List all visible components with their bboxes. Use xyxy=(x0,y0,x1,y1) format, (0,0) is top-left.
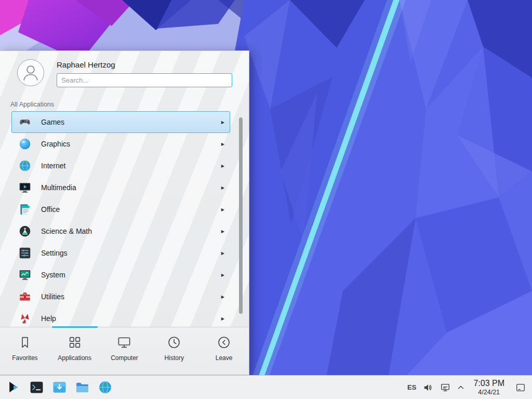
category-label: Graphics xyxy=(41,140,70,148)
chevron-right-icon: ▶ xyxy=(221,207,224,212)
file-manager-button[interactable] xyxy=(73,378,91,397)
desktop: Raphael Hertzog All Applications Games ▶… xyxy=(0,0,532,399)
chevron-right-icon: ▶ xyxy=(221,273,224,277)
category-item-graphics[interactable]: Graphics ▶ xyxy=(11,133,230,155)
gamepad-icon xyxy=(18,115,32,129)
category-list: Games ▶ Graphics ▶ Internet ▶ xyxy=(11,111,230,327)
clock-date: 4/24/21 xyxy=(473,389,504,396)
taskbar: ES 7:03 PM 4/24/21 xyxy=(0,375,532,399)
show-desktop-icon xyxy=(515,382,526,393)
user-name: Raphael Hertzog xyxy=(57,60,232,69)
web-browser-button[interactable] xyxy=(96,378,114,397)
category-label: Utilities xyxy=(41,292,64,301)
leave-icon xyxy=(216,335,232,350)
section-label: All Applications xyxy=(10,101,249,108)
computer-icon xyxy=(116,335,132,350)
flask-icon xyxy=(18,224,32,238)
tab-favorites[interactable]: Favorites xyxy=(0,327,50,375)
launcher-header: Raphael Hertzog xyxy=(0,51,249,94)
category-item-help[interactable]: Help ▶ xyxy=(11,308,230,327)
person-icon xyxy=(19,61,42,84)
chevron-right-icon: ▶ xyxy=(221,251,224,256)
search-input[interactable] xyxy=(57,73,232,87)
bookmark-icon xyxy=(17,335,33,350)
terminal-icon xyxy=(29,380,44,395)
document-icon xyxy=(18,203,32,216)
category-label: Settings xyxy=(41,249,68,257)
tab-label: Leave xyxy=(216,354,233,362)
category-label: Science & Math xyxy=(41,227,92,235)
category-item-utilities[interactable]: Utilities ▶ xyxy=(11,286,230,308)
launcher-header-fields: Raphael Hertzog xyxy=(57,59,232,87)
tab-applications[interactable]: Applications xyxy=(50,327,100,375)
tab-history[interactable]: History xyxy=(149,327,199,375)
show-desktop-button[interactable] xyxy=(514,377,527,398)
volume-icon[interactable] xyxy=(423,382,433,393)
paint-sphere-icon xyxy=(18,137,32,151)
network-icon[interactable] xyxy=(440,382,450,393)
chevron-right-icon: ▶ xyxy=(221,295,224,299)
web-browser-icon xyxy=(98,380,113,395)
chevron-right-icon: ▶ xyxy=(221,316,224,321)
clock-widget[interactable]: 7:03 PM 4/24/21 xyxy=(473,378,504,396)
chevron-right-icon: ▶ xyxy=(221,142,224,147)
category-item-system[interactable]: System ▶ xyxy=(11,264,230,286)
category-item-settings[interactable]: Settings ▶ xyxy=(11,242,230,264)
keyboard-layout-indicator[interactable]: ES xyxy=(407,383,416,391)
kickoff-menu-button[interactable] xyxy=(4,378,23,397)
category-label: Multimedia xyxy=(41,183,76,192)
history-clock-icon xyxy=(166,335,182,350)
category-item-science-math[interactable]: Science & Math ▶ xyxy=(11,220,230,242)
toolbox-icon xyxy=(18,290,32,303)
category-label: Internet xyxy=(41,162,65,170)
tab-computer[interactable]: Computer xyxy=(100,327,150,375)
help-icon xyxy=(18,312,32,325)
launcher-tabbar: Favorites Applications Computer History xyxy=(0,327,249,375)
kickoff-menu-icon xyxy=(6,380,21,395)
monitor-play-icon xyxy=(18,181,32,194)
terminal-launcher-button[interactable] xyxy=(27,378,46,397)
folder-icon xyxy=(75,380,90,395)
globe-icon xyxy=(18,159,32,172)
chevron-right-icon: ▶ xyxy=(221,229,224,234)
tab-label: History xyxy=(165,354,184,362)
application-launcher-menu: Raphael Hertzog All Applications Games ▶… xyxy=(0,50,249,375)
category-item-games[interactable]: Games ▶ xyxy=(11,111,230,133)
category-item-office[interactable]: Office ▶ xyxy=(11,198,230,220)
tab-label: Applications xyxy=(58,354,91,362)
system-monitor-icon xyxy=(18,268,32,282)
category-item-multimedia[interactable]: Multimedia ▶ xyxy=(11,177,230,198)
grid-icon xyxy=(67,335,83,350)
tab-label: Favorites xyxy=(12,354,37,362)
tab-label: Computer xyxy=(111,354,138,362)
category-label: System xyxy=(41,271,65,279)
category-label: Help xyxy=(41,314,56,323)
tab-leave[interactable]: Leave xyxy=(199,327,249,375)
sliders-icon xyxy=(18,246,32,260)
software-center-icon xyxy=(52,380,67,395)
chevron-right-icon: ▶ xyxy=(221,185,224,190)
software-center-button[interactable] xyxy=(50,378,69,397)
chevron-right-icon: ▶ xyxy=(221,164,224,168)
clock-time: 7:03 PM xyxy=(473,378,504,388)
category-label: Games xyxy=(41,118,64,126)
launcher-scrollbar[interactable] xyxy=(239,117,243,324)
expand-arrow-icon[interactable] xyxy=(457,384,464,391)
user-avatar[interactable] xyxy=(17,59,44,86)
category-label: Office xyxy=(41,205,60,214)
chevron-right-icon: ▶ xyxy=(221,120,224,125)
category-item-internet[interactable]: Internet ▶ xyxy=(11,155,230,177)
scrollbar-thumb[interactable] xyxy=(239,117,243,314)
system-tray: ES 7:03 PM 4/24/21 xyxy=(407,377,528,398)
